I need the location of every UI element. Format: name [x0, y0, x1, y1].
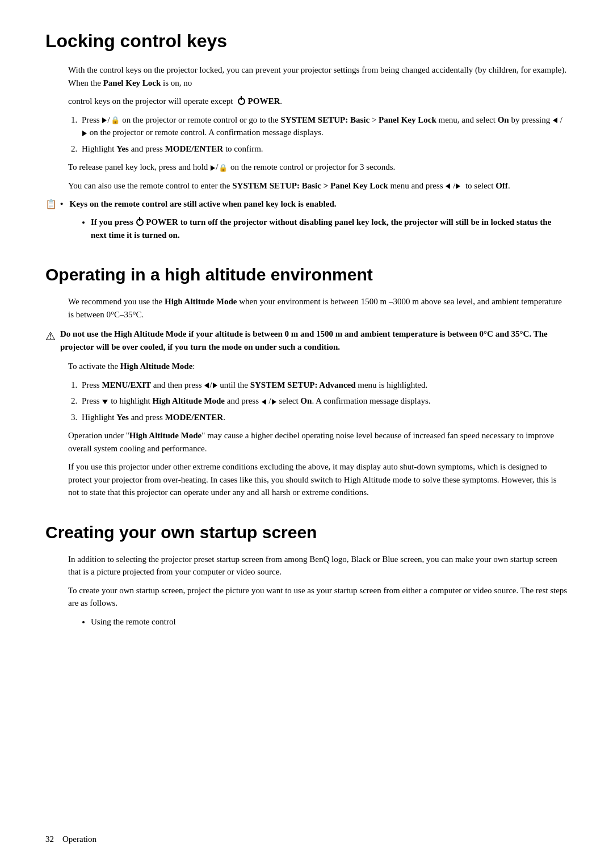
high-altitude-section: Operating in a high altitude environment… — [45, 262, 568, 499]
section-label: Operation — [62, 835, 96, 844]
arrow-right-icon-2 — [82, 131, 87, 136]
arrow-left-icon-2 — [446, 183, 450, 189]
high-altitude-warning-text: Do not use the High Altitude Mode if you… — [60, 328, 568, 353]
locking-control-keys-section: Locking control keys With the control ke… — [45, 27, 568, 241]
locking-step-1: Press /🔒 on the projector or remote cont… — [79, 114, 568, 139]
startup-screen-list: Using the remote control — [91, 615, 568, 628]
arrow-right-icon-4 — [456, 183, 460, 189]
locking-note-power: If you press POWER to turn off the proje… — [91, 216, 568, 241]
arrow-left-icon — [553, 118, 557, 123]
arrow-right-icon-6 — [272, 399, 276, 405]
high-altitude-step-1: Press MENU/EXIT and then press / until t… — [79, 379, 568, 392]
high-altitude-activate: To activate the High Altitude Mode: — [68, 360, 568, 373]
locking-intro-para2: control keys on the projector will opera… — [68, 95, 568, 108]
locking-notes-list: If you press POWER to turn off the proje… — [91, 216, 568, 241]
note-callout-icon: 📋 — [45, 198, 57, 211]
high-altitude-steps: Press MENU/EXIT and then press / until t… — [79, 379, 568, 424]
locking-release-para: To release panel key lock, press and hol… — [68, 161, 568, 174]
high-altitude-intro: We recommend you use the High Altitude M… — [68, 295, 568, 321]
arrow-right-icon-5 — [213, 383, 217, 388]
locking-remote-para: You can also use the remote control to e… — [68, 179, 568, 192]
locking-steps-list: Press /🔒 on the projector or remote cont… — [79, 114, 568, 156]
locking-control-keys-title: Locking control keys — [45, 27, 568, 54]
startup-screen-title: Creating your own startup screen — [45, 519, 568, 545]
note-keys-text: • Keys on the remote control are still a… — [60, 198, 336, 211]
high-altitude-step-3: Highlight Yes and press MODE/ENTER. — [79, 411, 568, 424]
locking-intro-para1: With the control keys on the projector l… — [68, 64, 568, 89]
warning-triangle-icon: ⚠ — [45, 328, 56, 345]
arrow-right-icon — [102, 118, 107, 123]
startup-screen-remote-item: Using the remote control — [91, 615, 568, 628]
power-icon — [238, 98, 245, 105]
high-altitude-warning: ⚠ Do not use the High Altitude Mode if y… — [45, 328, 568, 353]
lock-icon-2: 🔒 — [219, 162, 228, 174]
arrow-right-icon-3 — [211, 165, 215, 171]
high-altitude-noise-para: Operation under "High Altitude Mode" may… — [68, 429, 568, 455]
arrow-down-icon — [102, 400, 108, 404]
high-altitude-extreme-para: If you use this projector under other ex… — [68, 460, 568, 499]
locking-step-2: Highlight Yes and press MODE/ENTER to co… — [79, 142, 568, 156]
lock-icon: 🔒 — [111, 115, 120, 126]
high-altitude-title: Operating in a high altitude environment — [45, 262, 568, 287]
startup-screen-instructions: To create your own startup screen, proje… — [68, 584, 568, 610]
page-number: 32 — [45, 835, 54, 844]
arrow-left-icon-3 — [204, 383, 209, 388]
high-altitude-step-2: Press to highlight High Altitude Mode an… — [79, 395, 568, 408]
startup-screen-section: Creating your own startup screen In addi… — [45, 519, 568, 628]
note-callout-keys: 📋 • Keys on the remote control are still… — [45, 198, 568, 211]
power-icon-2 — [136, 219, 144, 226]
startup-screen-intro: In addition to selecting the projector p… — [68, 553, 568, 578]
page-footer: 32 Operation — [45, 833, 96, 846]
arrow-left-icon-4 — [262, 399, 266, 405]
